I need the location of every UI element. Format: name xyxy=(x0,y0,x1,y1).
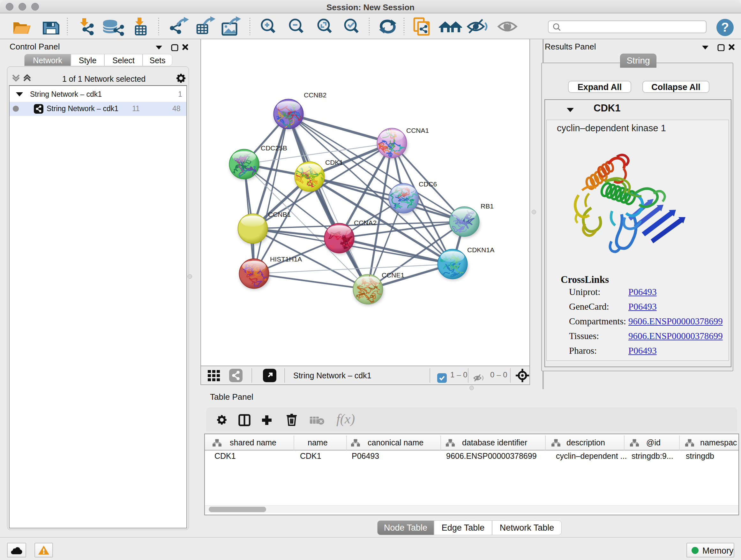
svg-text:CCNB1: CCNB1 xyxy=(268,211,291,218)
svg-text:CDC25B: CDC25B xyxy=(261,144,287,152)
svg-text:?: ? xyxy=(721,20,729,34)
svg-text:HIST1H1A: HIST1H1A xyxy=(270,255,302,263)
svg-text:CCNA1: CCNA1 xyxy=(406,127,429,134)
svg-text:CCNE1: CCNE1 xyxy=(382,271,404,279)
svg-text:CDK1: CDK1 xyxy=(325,159,343,166)
svg-text:CCNB2: CCNB2 xyxy=(304,91,327,99)
svg-text:RB1: RB1 xyxy=(481,202,494,210)
svg-text:CDKN1A: CDKN1A xyxy=(467,246,494,253)
svg-text:CDC6: CDC6 xyxy=(419,180,437,188)
svg-text:CCNA2: CCNA2 xyxy=(354,219,377,226)
